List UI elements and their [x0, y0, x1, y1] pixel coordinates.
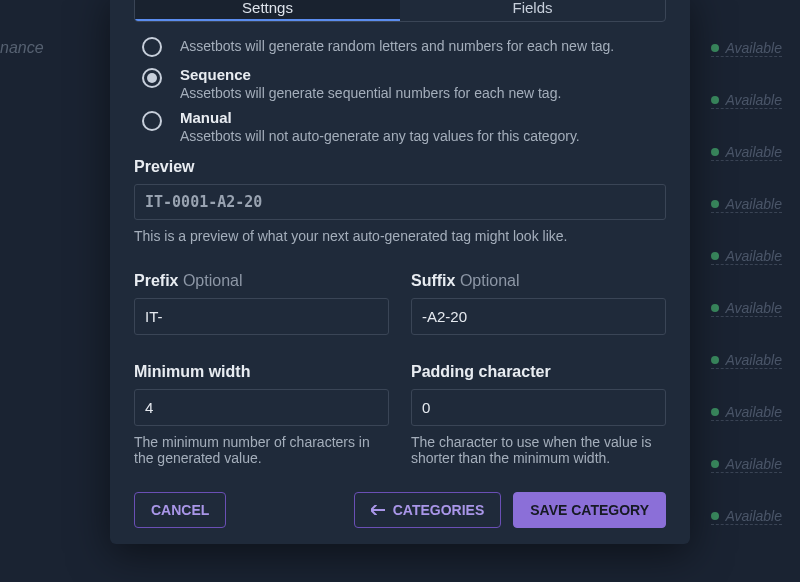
status-dot-icon: [711, 96, 719, 104]
modal-footer: CANCEL CATEGORIES SAVE CATEGORY: [134, 492, 666, 528]
radio-option-random[interactable]: Assetbots will generate random letters a…: [142, 36, 666, 58]
status-badge: Available: [711, 300, 782, 317]
status-dot-icon: [711, 408, 719, 416]
status-badge: Available: [711, 352, 782, 369]
category-modal: Settngs Fields Assetbots will generate r…: [110, 0, 690, 544]
status-badge: Available: [711, 248, 782, 265]
radio-description: Assetbots will not auto-generate any tag…: [180, 128, 580, 144]
radio-title: Manual: [180, 109, 580, 126]
status-badge: Available: [711, 40, 782, 57]
radio-title: Sequence: [180, 66, 561, 83]
minwidth-label: Minimum width: [134, 363, 389, 381]
radio-option-manual[interactable]: Manual Assetbots will not auto-generate …: [142, 109, 666, 144]
cancel-button[interactable]: CANCEL: [134, 492, 226, 528]
radio-option-sequence[interactable]: Sequence Assetbots will generate sequent…: [142, 66, 666, 101]
preview-value: IT-0001-A2-20: [134, 184, 666, 220]
status-dot-icon: [711, 252, 719, 260]
save-category-button[interactable]: SAVE CATEGORY: [513, 492, 666, 528]
padchar-label: Padding character: [411, 363, 666, 381]
tag-generation-radio-group: Assetbots will generate random letters a…: [142, 36, 666, 144]
padchar-hint: The character to use when the value is s…: [411, 434, 666, 466]
radio-icon: [142, 68, 162, 88]
categories-button[interactable]: CATEGORIES: [354, 492, 502, 528]
prefix-input[interactable]: [134, 298, 389, 335]
modal-tabs: Settngs Fields: [134, 0, 666, 22]
status-badge: Available: [711, 144, 782, 161]
status-badge: Available: [711, 404, 782, 421]
arrow-left-icon: [371, 505, 385, 515]
radio-description: Assetbots will generate sequential numbe…: [180, 85, 561, 101]
radio-icon: [142, 111, 162, 131]
tab-settings[interactable]: Settngs: [135, 0, 400, 21]
status-badge: Available: [711, 508, 782, 525]
bg-left-text: nance: [0, 39, 44, 57]
padchar-input[interactable]: [411, 389, 666, 426]
status-dot-icon: [711, 304, 719, 312]
prefix-label: Prefix Optional: [134, 272, 389, 290]
status-dot-icon: [711, 460, 719, 468]
radio-description: Assetbots will generate random letters a…: [180, 38, 614, 54]
tab-fields[interactable]: Fields: [400, 0, 665, 21]
minwidth-hint: The minimum number of characters in the …: [134, 434, 389, 466]
radio-icon: [142, 37, 162, 57]
status-dot-icon: [711, 44, 719, 52]
status-badge: Available: [711, 196, 782, 213]
status-dot-icon: [711, 200, 719, 208]
status-badge: Available: [711, 92, 782, 109]
status-dot-icon: [711, 148, 719, 156]
status-dot-icon: [711, 356, 719, 364]
status-badge: Available: [711, 456, 782, 473]
suffix-input[interactable]: [411, 298, 666, 335]
preview-hint: This is a preview of what your next auto…: [134, 228, 666, 244]
status-dot-icon: [711, 512, 719, 520]
suffix-label: Suffix Optional: [411, 272, 666, 290]
preview-label: Preview: [134, 158, 666, 176]
minwidth-input[interactable]: [134, 389, 389, 426]
